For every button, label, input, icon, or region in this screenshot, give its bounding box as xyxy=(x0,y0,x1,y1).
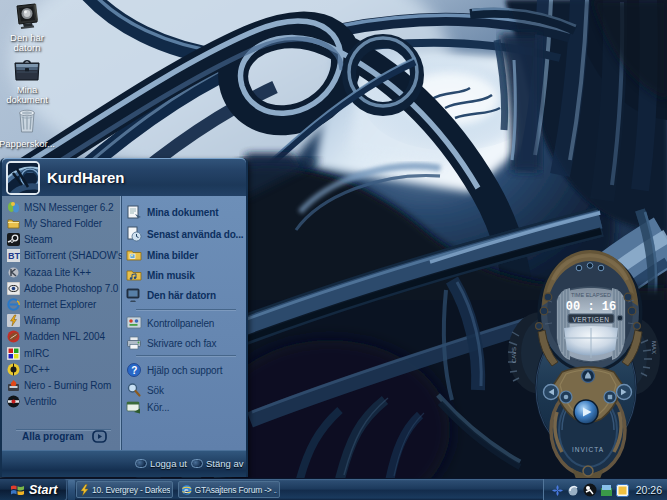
svg-text:BT: BT xyxy=(8,251,20,261)
svg-text:e: e xyxy=(184,485,188,494)
svg-text:?: ? xyxy=(131,365,137,376)
svg-text:MAX: MAX xyxy=(651,341,657,354)
svg-text:VERTIGEN: VERTIGEN xyxy=(572,316,609,323)
svg-text:TIME ELAPSED: TIME ELAPSED xyxy=(571,292,611,298)
svg-text:CAVS: CAVS xyxy=(511,347,517,363)
svg-text:INVICTA: INVICTA xyxy=(572,446,604,453)
svg-text:00 : 16: 00 : 16 xyxy=(566,300,616,314)
